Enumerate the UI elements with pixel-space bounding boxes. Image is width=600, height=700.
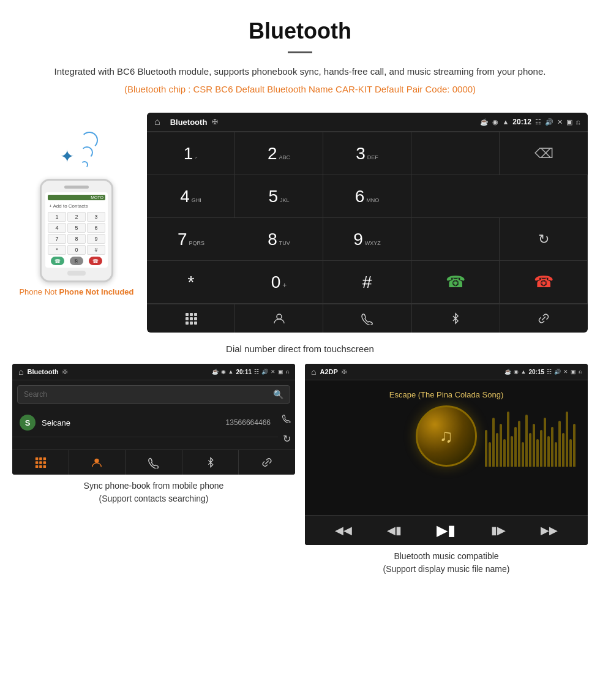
phone-mockup: MOTO + Add to Contacts 1 2 3 4 5 6 7 8 9… — [40, 179, 113, 282]
key-0[interactable]: 0 + — [235, 261, 323, 304]
phonebook-list: S Seicane 13566664466 — [12, 408, 278, 450]
nav-bluetooth[interactable] — [412, 304, 500, 333]
svg-point-19 — [95, 459, 99, 463]
call-red-icon: ☎ — [534, 273, 553, 292]
pb-user-icon — [91, 456, 103, 469]
bluetooth-signal-area: ✦ — [55, 137, 98, 174]
phone-not-included-text-orange: Phone Not — [19, 287, 59, 296]
key-call-red[interactable]: ☎ — [500, 261, 588, 304]
prev-skip-button[interactable]: ◀▮ — [387, 524, 402, 537]
pb-cam-icon: ☷ — [254, 369, 259, 375]
page-description: Integrated with BC6 Bluetooth module, su… — [37, 64, 563, 79]
phonebook-search-bar[interactable]: Search 🔍 — [17, 385, 290, 404]
signal-arc-medium — [81, 146, 93, 159]
dialer-status-left: ⌂ Bluetooth ✠ — [154, 116, 218, 127]
key-2[interactable]: 2 ABC — [235, 132, 323, 175]
key-star[interactable]: * — [147, 261, 235, 304]
key-9[interactable]: 9 WXYZ — [323, 218, 411, 261]
music-time: 20:15 — [528, 369, 544, 375]
phone-key-6: 6 — [87, 223, 105, 233]
phone-end-btn: ⎘ — [70, 257, 83, 265]
svg-rect-18 — [43, 465, 46, 469]
music-win-icon: ▣ — [571, 369, 576, 375]
home-icon: ⌂ — [154, 116, 160, 127]
play-pause-button[interactable]: ▶▮ — [437, 522, 456, 539]
phone-bottom-row: ☎ ⎘ ☎ — [48, 257, 105, 265]
phone-hangup-btn: ☎ — [89, 257, 102, 265]
pb-status-right: ☕ ◉ ▲ 20:11 ☷ 🔊 ✕ ▣ ⎌ — [212, 369, 290, 375]
dialer-container: ⌂ Bluetooth ✠ ☕ ◉ ▲ 20:12 ☷ 🔊 ✕ ▣ ⎌ — [147, 113, 588, 333]
phone-home-button — [67, 271, 86, 276]
music-main-area: Escape (The Pina Colada Song) ♫ — [305, 380, 588, 515]
page-title: Bluetooth — [37, 18, 563, 44]
pb-nav-keypad[interactable] — [12, 450, 69, 475]
signal-arc-large — [81, 132, 98, 149]
svg-rect-5 — [194, 317, 197, 320]
phone-key-4: 4 — [48, 223, 66, 233]
svg-rect-15 — [43, 461, 46, 464]
music-usb-icon: ✠ — [342, 369, 347, 375]
svg-rect-1 — [190, 313, 193, 316]
key-call-green[interactable]: ☎ — [411, 261, 500, 304]
pb-home-icon: ⌂ — [18, 367, 23, 377]
prev-track-button[interactable]: ◀◀ — [335, 524, 352, 537]
phone-key-3: 3 — [87, 212, 105, 222]
contact-row[interactable]: S Seicane 13566664466 — [12, 408, 278, 437]
pb-usb-icon: ✠ — [62, 369, 67, 375]
pb-sig-icon: ▲ — [228, 369, 234, 375]
music-bt-icon: ☕ — [504, 369, 511, 375]
key-1[interactable]: 1 ⌿ — [147, 132, 235, 175]
phone-key-hash: # — [87, 245, 105, 255]
nav-phone[interactable] — [323, 304, 411, 333]
svg-rect-11 — [39, 457, 42, 461]
pb-time: 20:11 — [236, 369, 252, 375]
backspace-icon: ⌫ — [534, 146, 553, 162]
next-skip-button[interactable]: ▮▶ — [491, 524, 506, 537]
window-icon: ▣ — [566, 118, 572, 126]
pb-win-icon: ▣ — [278, 369, 283, 375]
phone-not-included-text-bold: Phone Not Included — [59, 287, 133, 296]
pb-nav-bluetooth[interactable] — [182, 450, 239, 475]
phone-key-1: 1 — [48, 212, 66, 222]
phone-not-included-label: Phone Not Phone Not Included — [19, 287, 133, 296]
music-album-area: ♫ — [311, 405, 582, 467]
phonebook-status-bar: ⌂ Bluetooth ✠ ☕ ◉ ▲ 20:11 ☷ 🔊 ✕ ▣ ⎌ — [12, 364, 295, 380]
key-6[interactable]: 6 MNO — [323, 175, 411, 218]
svg-rect-10 — [36, 457, 39, 461]
phone-nav-icon — [361, 312, 374, 325]
key-7[interactable]: 7 PQRS — [147, 218, 235, 261]
phone-key-star: * — [48, 245, 66, 255]
pb-nav-phone[interactable] — [126, 450, 182, 475]
pb-link-icon — [261, 456, 273, 469]
svg-rect-14 — [39, 461, 42, 464]
nav-contacts[interactable] — [235, 304, 323, 333]
phone-key-5: 5 — [67, 223, 86, 233]
pb-nav-link[interactable] — [239, 450, 295, 475]
music-sig-icon: ▲ — [521, 369, 527, 375]
pb-back-icon: ⎌ — [286, 369, 289, 375]
volume-icon: 🔊 — [545, 118, 553, 126]
nav-link[interactable] — [500, 304, 588, 333]
key-backspace[interactable]: ⌫ — [500, 132, 588, 175]
close-icon: ✕ — [557, 118, 563, 126]
pb-phone-icon — [148, 456, 160, 469]
key-8[interactable]: 8 TUV — [235, 218, 323, 261]
nav-keypad[interactable] — [147, 304, 235, 333]
search-icon: 🔍 — [273, 390, 283, 399]
dialer-nav-bar — [147, 304, 588, 333]
contact-name: Seicane — [42, 418, 226, 427]
key-reload[interactable]: ↻ — [500, 218, 588, 261]
music-status-bar: ⌂ A2DP ✠ ☕ ◉ ▲ 20:15 ☷ 🔊 ✕ ▣ ⎌ — [305, 364, 588, 380]
key-4[interactable]: 4 GHI — [147, 175, 235, 218]
contact-number: 13566664466 — [226, 418, 271, 427]
key-5[interactable]: 5 JKL — [235, 175, 323, 218]
key-hash[interactable]: # — [323, 261, 411, 304]
pb-nav-user[interactable] — [69, 450, 126, 475]
music-title: A2DP — [320, 368, 337, 375]
pb-vol-icon: 🔊 — [261, 369, 268, 375]
key-3[interactable]: 3 DEF — [323, 132, 411, 175]
contacts-icon — [272, 312, 286, 325]
svg-rect-16 — [36, 465, 39, 469]
phonebook-nav-bar — [12, 450, 295, 475]
next-track-button[interactable]: ▶▶ — [541, 524, 558, 537]
